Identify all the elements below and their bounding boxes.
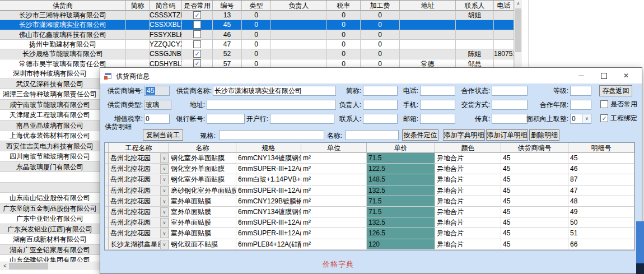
cell[interactable]: 0 bbox=[361, 49, 400, 59]
bank-name-field[interactable] bbox=[270, 114, 334, 124]
cell[interactable]: 45 bbox=[501, 196, 568, 207]
cell[interactable] bbox=[182, 30, 213, 40]
cell[interactable]: 钢化室外单面贴膜 bbox=[169, 153, 236, 164]
supplier-list-item[interactable]: 湘潭三金特种玻璃有限责任公司 bbox=[0, 89, 100, 100]
common-use-checkbox[interactable] bbox=[193, 21, 201, 29]
supplier-list-item[interactable]: 深圳市特种玻璃有限公司 bbox=[0, 68, 100, 79]
cell[interactable]: 异地合片 bbox=[435, 153, 501, 164]
column-header[interactable]: 联系人 bbox=[456, 1, 494, 11]
common-use-checkbox[interactable]: ✓ bbox=[193, 59, 201, 67]
cell[interactable]: 45 bbox=[213, 20, 242, 30]
project-combo-cell[interactable]: 岳州北控花园∨ bbox=[109, 207, 169, 217]
contact-field[interactable] bbox=[363, 114, 398, 124]
project-combo-cell[interactable]: 岳州北控花园∨ bbox=[109, 164, 169, 174]
row-indicator[interactable] bbox=[105, 207, 109, 217]
chevron-down-icon[interactable]: ∨ bbox=[160, 218, 169, 227]
supplier-table-hscrollbar[interactable]: < bbox=[0, 262, 100, 270]
supplier-list-item[interactable]: 山东南山铝业股份有限公司 bbox=[0, 193, 100, 203]
cell[interactable]: m² bbox=[301, 164, 367, 174]
cell[interactable]: 120 bbox=[367, 239, 435, 250]
cell[interactable]: 室外单面贴膜 bbox=[169, 207, 236, 217]
cell[interactable]: 47 bbox=[568, 185, 634, 196]
cell[interactable]: m² bbox=[301, 239, 367, 250]
cell[interactable]: 6mmSUPER-III+12A(硅... bbox=[236, 228, 301, 239]
cell[interactable]: 0 bbox=[361, 30, 400, 40]
add-order-detail-button[interactable]: 添加订单明细 bbox=[486, 129, 528, 141]
cell[interactable]: 异地合片 bbox=[435, 207, 501, 217]
cell[interactable] bbox=[271, 30, 327, 40]
column-header[interactable]: 单位 bbox=[301, 143, 367, 153]
cell[interactable]: 异地合片 bbox=[435, 164, 501, 174]
table-row[interactable]: 佛山市亿鑫玻璃科技有限公司FSSYXBLKJ...46000 bbox=[0, 30, 514, 40]
cell[interactable]: 87 bbox=[568, 174, 634, 185]
dialog-titlebar[interactable]: 供货商信息 ✕ bbox=[100, 68, 642, 83]
cell[interactable]: 长沙市潇湘玻璃实业有限公司 bbox=[0, 20, 126, 30]
cell[interactable]: 46 bbox=[568, 164, 634, 174]
column-header[interactable]: 颜色 bbox=[435, 143, 501, 153]
cell[interactable] bbox=[126, 20, 150, 30]
supplier-table-vscrollbar[interactable]: ∧ bbox=[514, 0, 522, 68]
supplier-list-item[interactable]: 湖南广亚全铝家居有限公司 bbox=[0, 245, 100, 256]
coop-years-field[interactable] bbox=[570, 100, 591, 110]
supplier-list-item[interactable]: 四川南玻节能玻璃有限公司 bbox=[0, 151, 100, 162]
cell[interactable]: 50 bbox=[568, 217, 634, 228]
cell[interactable]: 佛山市亿鑫玻璃科技有限公司 bbox=[0, 30, 126, 40]
email-field[interactable] bbox=[420, 114, 455, 124]
chevron-down-icon[interactable]: ∨ bbox=[582, 114, 591, 123]
cell[interactable]: 异地合片 bbox=[435, 217, 501, 228]
project-combo-cell[interactable]: 岳州北控花园∨ bbox=[109, 185, 169, 196]
cell[interactable]: 0 bbox=[327, 30, 361, 40]
cell[interactable] bbox=[182, 20, 213, 30]
column-header[interactable]: 工程名称 bbox=[109, 143, 169, 153]
manager-field[interactable] bbox=[363, 100, 398, 110]
cell[interactable] bbox=[400, 11, 456, 20]
supplier-list-item[interactable]: 广东中亚铝业有限公司 bbox=[0, 213, 100, 224]
cell[interactable]: 异地合片 bbox=[435, 228, 501, 239]
close-icon[interactable]: ✕ bbox=[615, 68, 637, 83]
cell[interactable]: 48 bbox=[568, 196, 634, 207]
cell[interactable]: 6mmSUPER-III+12A(硅... bbox=[236, 185, 301, 196]
common-use-checkbox[interactable] bbox=[193, 30, 201, 38]
cell[interactable]: CSSXXBLSY... bbox=[150, 20, 182, 30]
cell[interactable]: 49 bbox=[568, 207, 634, 217]
cell[interactable]: 0 bbox=[242, 20, 271, 30]
cell[interactable]: 45 bbox=[501, 174, 568, 185]
cell[interactable] bbox=[182, 40, 213, 49]
cell[interactable] bbox=[456, 20, 494, 30]
supplier-list-item[interactable]: 广东兴发铝业(江西)有限公司 bbox=[0, 224, 100, 235]
cell[interactable]: 122.5 bbox=[367, 164, 435, 174]
cell[interactable]: m² bbox=[301, 196, 367, 207]
mobile-field[interactable] bbox=[420, 100, 455, 110]
cell[interactable] bbox=[456, 40, 494, 49]
grade-field[interactable] bbox=[570, 86, 591, 96]
cell[interactable]: FSSYXBLKJ... bbox=[150, 30, 182, 40]
cell[interactable]: 胡姐 bbox=[456, 11, 494, 20]
project-combo-cell[interactable]: 岳州北控花园∨ bbox=[109, 174, 169, 185]
chevron-down-icon[interactable]: ∨ bbox=[160, 240, 169, 249]
cell[interactable]: 71.5 bbox=[367, 153, 435, 164]
row-indicator[interactable] bbox=[105, 239, 109, 250]
table-row[interactable]: 扬州中勤建材有限公司YZZQJCYXGS47000 bbox=[0, 40, 514, 49]
column-header[interactable]: 明细号 bbox=[568, 143, 634, 153]
row-indicator[interactable] bbox=[105, 196, 109, 207]
cell[interactable]: 钢化室外单面贴膜 bbox=[169, 164, 236, 174]
cell[interactable]: 132.5 bbox=[367, 185, 435, 196]
row-indicator[interactable] bbox=[105, 185, 109, 196]
column-header[interactable]: 地址 bbox=[400, 1, 456, 11]
cell[interactable] bbox=[494, 11, 514, 20]
cell[interactable]: 6mmSUPER-III+12A(硅... bbox=[236, 164, 301, 174]
grid-row[interactable]: 岳州北控花园∨钢化室外单面贴膜6mm白玻+1.14PVB+6mm...m²148… bbox=[105, 174, 634, 185]
table-row[interactable]: 长沙市潇湘玻璃实业有限公司CSSXXBLSY...45000 bbox=[0, 20, 514, 30]
column-header[interactable]: 规格 bbox=[236, 143, 301, 153]
cell[interactable]: 异地合片 bbox=[435, 239, 501, 250]
row-indicator[interactable] bbox=[105, 174, 109, 185]
table-row[interactable]: 长沙晟格节能玻璃有限公司CSSGJNBLYXGS✓52000陈姐180751 bbox=[0, 49, 514, 59]
add-dict-detail-button[interactable]: 添加字典明细 bbox=[443, 129, 485, 141]
column-header[interactable]: 名称 bbox=[169, 143, 236, 153]
cell[interactable]: 45 bbox=[501, 207, 568, 217]
supplier-name-field[interactable]: 长沙市潇湘玻璃实业有限公司 bbox=[213, 86, 336, 96]
grid-row[interactable]: 长沙龙湖祺鑫星座∨钢化双面不贴膜6mmPLE84+12A(硅酮胶...m²120… bbox=[105, 239, 634, 250]
cell[interactable]: m² bbox=[301, 217, 367, 228]
cell[interactable]: 45 bbox=[501, 217, 568, 228]
cell[interactable]: 6mmSUPER-III+12A(硅... bbox=[236, 217, 301, 228]
